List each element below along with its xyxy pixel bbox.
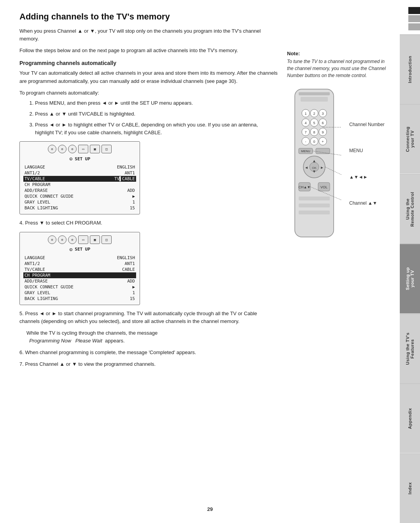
page-title: Adding channels to the TV's memory [19,12,388,22]
menu-row-tvcable-2: TV/CABLECABLE [24,267,135,272]
svg-text:5: 5 [313,121,315,125]
arrow-keys-label: ▲▼◄► [349,174,385,180]
svg-rect-42 [299,204,330,207]
right-sidebar: Introduction Connectingyour TV Using the… [400,0,420,523]
menu-row-chprogram-2-highlighted: CH PROGRAM [23,272,136,278]
svg-text:▼: ▼ [312,169,316,174]
svg-text:+: + [322,140,324,144]
svg-text:OK: OK [312,166,317,170]
indicator-s [408,23,420,30]
tab-remote-control[interactable]: Using theRemote Control [400,174,420,244]
svg-rect-43 [299,211,330,214]
menu-icon-4: ▭ [78,145,88,153]
menu-row-language-1: LANGUAGEENGLISH [24,164,135,170]
tab-introduction[interactable]: Introduction [400,34,420,104]
step-5b: While the TV is cycling through the chan… [26,329,278,345]
intro-paragraph-1: When you press Channel ▲ or ▼, your TV w… [19,27,278,43]
step-4: 4. Press ▼ to select CH PROGRAM. [19,219,278,227]
menu-icon-5: ▣ [90,145,100,153]
svg-text:3: 3 [322,112,324,116]
svg-text:8: 8 [313,130,315,134]
page-number: 29 [207,506,213,512]
tab-appendix[interactable]: Appendix [400,383,420,453]
menu-icon-6: ◫ [102,145,112,153]
sidebar-indicators [400,0,420,34]
svg-text:1: 1 [304,112,306,116]
menu-label: MENU [349,148,385,153]
svg-text:MENU: MENU [301,149,310,153]
menu-row-adderase-1: ADD/ERASEADD [24,188,135,193]
step-7: 7. Press Channel ▲ or ▼ to view the prog… [19,360,278,368]
menu-icon-7: ⊙ [48,235,56,244]
menu-icon-10: ▭ [78,235,88,244]
menu-screenshot-2: ⊙ ⊙ ⊙ ▭ ▣ ◫ ⊙ SET UP LANGUAGEENGLISH ANT… [19,232,140,305]
svg-rect-1 [299,92,330,95]
tab-index[interactable]: Index [400,453,420,523]
channel-number-label: Channel Number [349,122,385,127]
menu-icon-row-2: ⊙ ⊙ ⊙ ▭ ▣ ◫ [24,235,135,244]
svg-text:▲: ▲ [312,159,316,163]
menu-icon-2: ⊙ [58,145,66,153]
remote-diagram: 1 2 3 4 5 6 7 [287,85,388,241]
menu-screenshot-1: ⊙ ⊙ ⊙ ▭ ▣ ◫ ⊙ SET UP LANGUAGEENGLISH ANT… [19,141,140,214]
step-3: Press ◄ or ► to highlight either TV or C… [35,121,278,137]
svg-text:0: 0 [313,140,315,144]
menu-icon-1: ⊙ [48,145,56,153]
note-box: Note: To tune the TV to a channel not pr… [287,51,388,79]
menu-icon-3: ⊙ [68,145,77,153]
sub-heading: Programming channels automatically [19,60,278,66]
menu-row-backlighting-2: BACK LIGHTING15 [24,296,135,302]
svg-text:4: 4 [304,121,306,125]
channel-updown-label: Channel ▲▼ [349,200,385,206]
svg-text:VOL: VOL [320,185,327,189]
svg-text:-: - [305,140,306,144]
menu-title-1: ⊙ SET UP [24,156,135,162]
note-text: To tune the TV to a channel not programm… [287,58,388,79]
intro-paragraph-2: Follow the steps below and on the next p… [19,47,278,54]
menu-title-2: ⊙ SET UP [24,246,135,253]
indicator-f [408,15,420,22]
menu-row-ant-2: ANT1/2ANT1 [24,261,135,267]
menu-row-quickconnect-2: QUICK CONNECT GUIDE▶ [24,284,135,290]
menu-row-language-2: LANGUAGEENGLISH [24,255,135,261]
menu-icon-9: ⊙ [68,235,77,244]
remote-svg: 1 2 3 4 5 6 7 [287,85,341,241]
menu-row-adderase-2: ADD/ERASEADD [24,278,135,284]
step-intro: To program channels automatically: [19,89,278,97]
menu-row-chprogram-1: CH PROGRAM [24,182,135,188]
menu-row-graylevel-1: GRAY LEVEL1 [24,199,135,205]
svg-text:CH▲▼: CH▲▼ [299,185,311,189]
menu-icon-12: ◫ [102,235,112,244]
svg-text:◄: ◄ [304,165,308,170]
svg-text:2: 2 [313,112,315,116]
svg-rect-2 [301,97,328,102]
remote-annotations: Channel Number MENU ▲▼◄► Channel ▲▼ [349,85,385,206]
menu-icon-11: ▣ [90,235,100,244]
menu-row-backlighting-1: BACK LIGHTING15 [24,205,135,211]
svg-rect-29 [316,148,330,154]
tab-setting-up[interactable]: Setting upyour TV [400,244,420,313]
step-6: 6. When channel programming is complete,… [19,349,278,356]
menu-row-graylevel-2: GRAY LEVEL1 [24,290,135,296]
menu-row-quickconnect-1: QUICK CONNECT GUIDE▶ [24,193,135,199]
step-5: 5. Press ◄ or ► to start channel program… [19,310,278,325]
sidebar-tabs: Introduction Connectingyour TV Using the… [400,34,420,523]
step-2: Press ▲ or ▼ until TV/CABLE is highlight… [35,110,278,118]
svg-text:9: 9 [322,130,324,134]
tab-tv-features[interactable]: Using the TV'sFeatures [400,314,420,383]
menu-icon-8: ⊙ [58,235,66,244]
svg-text:►: ► [320,165,324,170]
menu-row-tvcable-1-highlighted: TV/CABLETV▌CABLE [23,176,136,182]
svg-text:6: 6 [322,121,324,125]
body-paragraph-1: Your TV can automatically detect all act… [19,69,278,85]
menu-icon-row-1: ⊙ ⊙ ⊙ ▭ ▣ ◫ [24,145,135,153]
svg-rect-41 [299,197,330,200]
menu-row-ant-1: ANT1/2ANT1 [24,170,135,176]
svg-text:7: 7 [304,130,306,134]
indicator-e [408,7,420,14]
note-label: Note: [287,51,388,56]
step-1: Press MENU, and then press ◄ or ► until … [35,99,278,107]
tab-connecting[interactable]: Connectingyour TV [400,104,420,174]
programming-now-text: Programming Now Please Wait [29,338,102,344]
